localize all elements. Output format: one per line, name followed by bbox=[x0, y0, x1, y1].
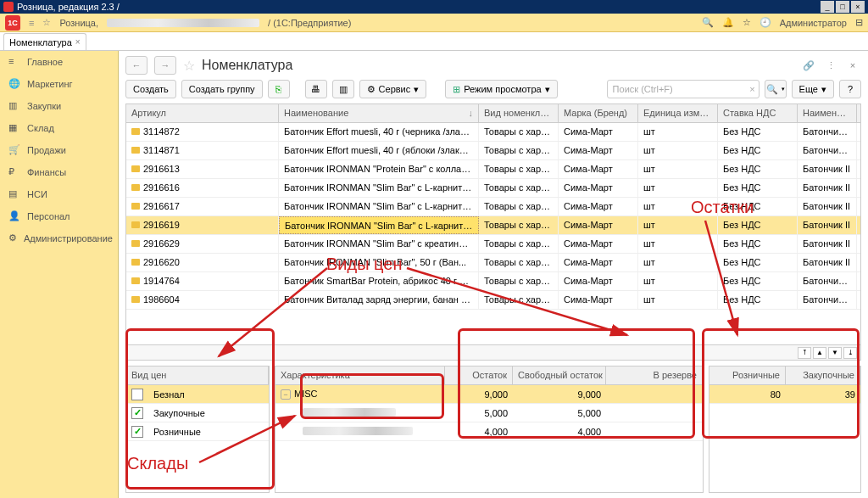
cell-stock: 4,000 bbox=[445, 423, 513, 440]
table-row[interactable]: 2916616 Батончик IRONMAN "Slim Bar" с L-… bbox=[126, 179, 860, 198]
create-group-button[interactable]: Создать группу bbox=[181, 80, 263, 98]
folder-icon bbox=[131, 296, 140, 303]
more-button[interactable]: Еще ▾ bbox=[792, 80, 834, 98]
cell-name: Батончик IRONMAN "Slim Bar" с L-карнитин… bbox=[279, 198, 479, 215]
table-row[interactable]: 2916629 Батончик IRONMAN "Slim Bar" с кр… bbox=[126, 235, 860, 254]
col-price-type[interactable]: Вид цен bbox=[126, 367, 269, 384]
pager-down[interactable]: ▼ bbox=[828, 347, 842, 359]
help-button[interactable]: ? bbox=[839, 80, 861, 98]
cell-kind: Товары с харак... bbox=[479, 123, 559, 141]
sidebar-item-warehouse[interactable]: ▦Склад bbox=[0, 117, 118, 139]
cell-vat: Без НДС bbox=[718, 160, 798, 178]
table-row[interactable]: 1986604 Батончик Виталад заряд энергии, … bbox=[126, 291, 860, 310]
back-button[interactable]: ← bbox=[125, 56, 147, 75]
maximize-button[interactable]: □ bbox=[836, 1, 849, 13]
sidebar-item-nsi[interactable]: ▤НСИ bbox=[0, 183, 118, 205]
cell-name: Батончик SmartBar Protein, абрикос 40 г … bbox=[279, 272, 479, 290]
table-row[interactable]: 2916620 Батончик IRONMAN "Slim Bar", 50 … bbox=[126, 254, 860, 272]
favorite-icon[interactable]: ☆ bbox=[183, 58, 195, 74]
search-input[interactable]: Поиск (Ctrl+F) × bbox=[607, 80, 760, 98]
price-type-row[interactable]: Закупочные bbox=[126, 404, 269, 422]
sidebar-label: Продажи bbox=[27, 145, 66, 155]
star2-icon[interactable]: ☆ bbox=[743, 17, 751, 28]
menu-icon[interactable]: ≡ bbox=[29, 18, 34, 28]
collapse-icon[interactable]: − bbox=[281, 389, 291, 400]
cell-vat: Без НДС bbox=[718, 216, 798, 234]
checkbox[interactable] bbox=[131, 389, 143, 400]
price-type-row[interactable]: Безнал bbox=[126, 385, 269, 404]
cell-name2: Батончик II bbox=[798, 198, 857, 215]
print-button[interactable]: 🖶 bbox=[305, 80, 327, 98]
table-row[interactable]: 3114872 Батончик Effort muesli, 40 г (че… bbox=[126, 123, 860, 142]
cell-name: Батончик IRONMAN "Slim Bar" с L-карнитин… bbox=[279, 216, 479, 234]
tab-nomenklatura[interactable]: Номенклатура × bbox=[3, 33, 86, 50]
cell-brand: Сима-Март bbox=[559, 160, 638, 178]
col-vat[interactable]: Ставка НДС bbox=[718, 104, 798, 122]
price-type-row[interactable]: Розничные bbox=[126, 422, 269, 441]
minimize-button[interactable]: _ bbox=[821, 1, 834, 13]
col-brand[interactable]: Марка (Бренд) bbox=[559, 104, 638, 122]
blurred-text bbox=[107, 19, 259, 27]
col-stock[interactable]: Остаток bbox=[445, 367, 513, 384]
col-unit[interactable]: Единица измер... bbox=[638, 104, 718, 122]
tab-close-icon[interactable]: × bbox=[75, 37, 81, 47]
clock-icon[interactable]: 🕘 bbox=[760, 17, 771, 28]
copy-button[interactable]: ⎘ bbox=[268, 80, 290, 98]
table-row[interactable]: 2916613 Батончик IRONMAN "Protein Bar" с… bbox=[126, 160, 860, 179]
col-purchase[interactable]: Закупочные bbox=[786, 367, 860, 384]
sidebar-item-main[interactable]: ≡Главное bbox=[0, 51, 118, 73]
star-icon[interactable]: ☆ bbox=[42, 17, 51, 28]
sidebar-item-finance[interactable]: ₽Финансы bbox=[0, 161, 118, 183]
col-char[interactable]: Характеристика bbox=[275, 367, 445, 384]
table-row[interactable]: 3114871 Батончик Effort muesli, 40 г (яб… bbox=[126, 142, 860, 160]
bell-icon[interactable]: 🔔 bbox=[722, 17, 734, 28]
close-page-icon[interactable]: × bbox=[844, 57, 861, 74]
stock-row[interactable]: −MISC 9,000 9,000 bbox=[275, 385, 703, 404]
folder-icon bbox=[131, 221, 140, 228]
col-free[interactable]: Свободный остаток bbox=[513, 367, 606, 384]
col-name2[interactable]: Наименова bbox=[798, 104, 857, 122]
pager-first[interactable]: ⤒ bbox=[798, 347, 811, 359]
cell-article: 2916617 bbox=[126, 198, 279, 215]
window-title: Розница, редакция 2.3 / bbox=[17, 2, 120, 12]
sidebar-item-personnel[interactable]: 👤Персонал bbox=[0, 205, 118, 227]
view-mode-button[interactable]: ⊞Режим просмотра ▾ bbox=[445, 80, 557, 98]
cell-kind: Товары с харак... bbox=[479, 142, 559, 159]
forward-button[interactable]: → bbox=[154, 56, 176, 75]
link-icon[interactable]: 🔗 bbox=[800, 57, 817, 74]
clear-icon[interactable]: × bbox=[749, 84, 754, 94]
stock-row[interactable]: 5,000 5,000 bbox=[275, 404, 703, 422]
cell-vat: Без НДС bbox=[718, 235, 798, 253]
kebab-icon[interactable]: ⋮ bbox=[822, 57, 839, 74]
table-row[interactable]: 2916619 Батончик IRONMAN "Slim Bar" с L-… bbox=[126, 216, 860, 235]
checkbox[interactable] bbox=[131, 407, 143, 419]
stock-row[interactable]: 4,000 4,000 bbox=[275, 422, 703, 441]
search-top-icon[interactable]: 🔍 bbox=[702, 17, 714, 28]
table-row[interactable]: 2916617 Батончик IRONMAN "Slim Bar" с L-… bbox=[126, 198, 860, 216]
brackets-icon[interactable]: ⊟ bbox=[855, 17, 863, 28]
col-article[interactable]: Артикул bbox=[126, 104, 279, 122]
sidebar-item-sales[interactable]: 🛒Продажи bbox=[0, 139, 118, 161]
cell-article: 3114871 bbox=[126, 142, 279, 159]
pager-up[interactable]: ▲ bbox=[813, 347, 826, 359]
col-retail[interactable]: Розничные bbox=[709, 367, 786, 384]
service-button[interactable]: ⚙Сервис ▾ bbox=[359, 80, 427, 98]
cell-article: 1986604 bbox=[126, 291, 279, 309]
price-row[interactable]: 80 39 bbox=[709, 385, 860, 404]
create-button[interactable]: Создать bbox=[125, 80, 176, 98]
sidebar: ≡Главное 🌐Маркетинг ▥Закупки ▦Склад 🛒Про… bbox=[0, 51, 119, 498]
sidebar-item-marketing[interactable]: 🌐Маркетинг bbox=[0, 73, 118, 95]
checkbox[interactable] bbox=[131, 426, 143, 438]
col-kind[interactable]: Вид номенклат... bbox=[479, 104, 559, 122]
barcode-button[interactable]: ▥ bbox=[332, 80, 354, 98]
search-button[interactable]: 🔍 ▾ bbox=[765, 80, 787, 98]
pager-last[interactable]: ⤓ bbox=[843, 347, 857, 359]
table-row[interactable]: 1914764 Батончик SmartBar Protein, абрик… bbox=[126, 272, 860, 291]
sidebar-item-purchases[interactable]: ▥Закупки bbox=[0, 95, 118, 117]
close-window-button[interactable]: × bbox=[851, 1, 865, 13]
user-label[interactable]: Администратор bbox=[780, 18, 847, 28]
col-name[interactable]: Наименование↓ bbox=[279, 104, 479, 122]
col-reserve[interactable]: В резерве bbox=[606, 367, 703, 384]
sidebar-item-admin[interactable]: ⚙Администрирование bbox=[0, 227, 118, 249]
boxes-icon: ▦ bbox=[8, 122, 20, 134]
